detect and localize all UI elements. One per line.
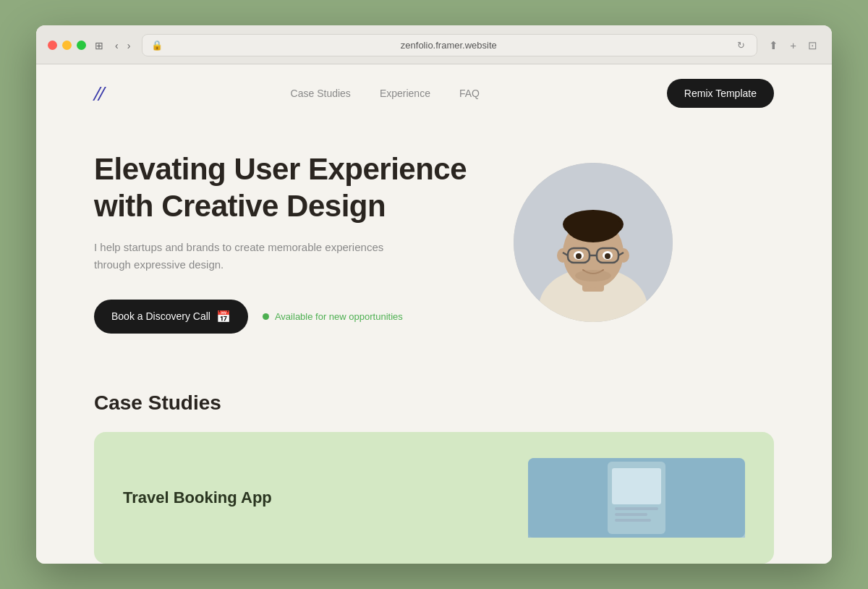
svg-rect-23 xyxy=(615,513,647,516)
calendar-icon: 📅 xyxy=(216,310,231,323)
hero-actions: Book a Discovery Call 📅 Available for ne… xyxy=(94,300,470,334)
book-discovery-call-button[interactable]: Book a Discovery Call 📅 xyxy=(94,300,248,334)
svg-rect-24 xyxy=(615,519,651,522)
person-illustration xyxy=(514,163,673,322)
availability-text: Available for new opportunities xyxy=(275,311,403,322)
logo: // xyxy=(94,82,103,104)
browser-chrome: ⊞ ‹ › 🔒 zenfolio.framer.website ↻ ⬆ + ⊡ xyxy=(36,25,832,64)
website-content: // Case Studies Experience FAQ Remix Tem… xyxy=(36,64,832,564)
hero-title: Elevating User Experience with Creative … xyxy=(94,151,470,224)
address-bar[interactable]: 🔒 zenfolio.framer.website ↻ xyxy=(142,34,757,56)
case-study-item-title: Travel Booking App xyxy=(123,488,272,507)
site-nav: // Case Studies Experience FAQ Remix Tem… xyxy=(36,64,832,122)
svg-point-16 xyxy=(576,253,582,259)
hero-image xyxy=(514,163,673,322)
url-text: zenfolio.framer.website xyxy=(167,40,730,51)
security-icon: 🔒 xyxy=(151,40,163,51)
close-button[interactable] xyxy=(48,41,57,50)
nav-buttons: ‹ › xyxy=(112,38,133,53)
svg-point-17 xyxy=(605,253,610,259)
browser-window: ⊞ ‹ › 🔒 zenfolio.framer.website ↻ ⬆ + ⊡ … xyxy=(36,25,832,564)
hero-subtitle: I help startups and brands to create mem… xyxy=(94,239,398,274)
share-button[interactable]: ⬆ xyxy=(766,38,781,54)
svg-point-6 xyxy=(566,211,621,242)
nav-links: Case Studies Experience FAQ xyxy=(291,87,480,100)
case-study-card[interactable]: Travel Booking App xyxy=(94,432,774,564)
svg-rect-21 xyxy=(612,468,661,504)
hero-section: Elevating User Experience with Creative … xyxy=(36,122,832,377)
svg-rect-22 xyxy=(615,507,658,510)
reload-button[interactable]: ↻ xyxy=(734,38,748,52)
app-mockup-illustration xyxy=(528,458,745,538)
case-studies-section: Case Studies Travel Booking App xyxy=(36,377,832,564)
svg-point-18 xyxy=(575,270,611,281)
logo-mark: // xyxy=(94,82,103,104)
case-studies-title: Case Studies xyxy=(94,391,774,415)
traffic-lights xyxy=(48,41,86,50)
nav-faq[interactable]: FAQ xyxy=(459,88,480,99)
minimize-button[interactable] xyxy=(62,41,72,50)
hero-text: Elevating User Experience with Creative … xyxy=(94,151,470,334)
book-btn-label: Book a Discovery Call xyxy=(111,310,210,322)
nav-case-studies[interactable]: Case Studies xyxy=(291,88,351,99)
case-study-image xyxy=(528,458,745,538)
sidebar-toggle-button[interactable]: ⊞ xyxy=(95,40,103,51)
maximize-button[interactable] xyxy=(77,41,86,50)
availability-badge: Available for new opportunities xyxy=(263,311,403,322)
remix-template-button[interactable]: Remix Template xyxy=(667,79,774,108)
forward-button[interactable]: › xyxy=(124,38,134,53)
nav-experience[interactable]: Experience xyxy=(380,88,430,99)
back-button[interactable]: ‹ xyxy=(112,38,122,53)
availability-dot xyxy=(263,313,269,320)
browser-right-buttons: ⬆ + ⊡ xyxy=(766,38,820,54)
tabs-button[interactable]: ⊡ xyxy=(805,38,820,54)
new-tab-button[interactable]: + xyxy=(787,38,799,53)
case-study-info: Travel Booking App xyxy=(123,488,272,507)
avatar xyxy=(514,163,673,322)
